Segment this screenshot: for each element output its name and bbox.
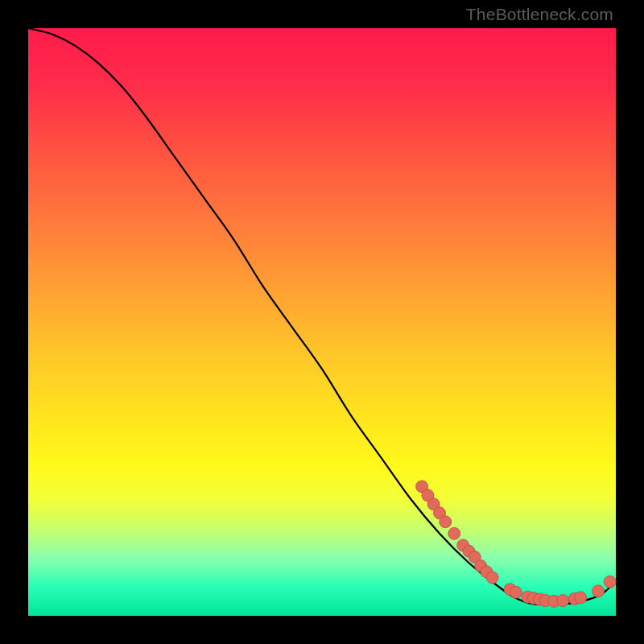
chart-overlay bbox=[28, 28, 616, 616]
data-point bbox=[557, 595, 569, 607]
data-point bbox=[592, 585, 605, 597]
watermark-label: TheBottleneck.com bbox=[466, 5, 613, 24]
data-point bbox=[448, 527, 460, 539]
data-point bbox=[604, 576, 616, 588]
data-point bbox=[510, 586, 522, 598]
data-points bbox=[416, 481, 617, 607]
data-point bbox=[575, 592, 587, 604]
data-point bbox=[486, 572, 498, 584]
bottleneck-curve bbox=[28, 28, 616, 605]
data-point bbox=[440, 516, 452, 528]
